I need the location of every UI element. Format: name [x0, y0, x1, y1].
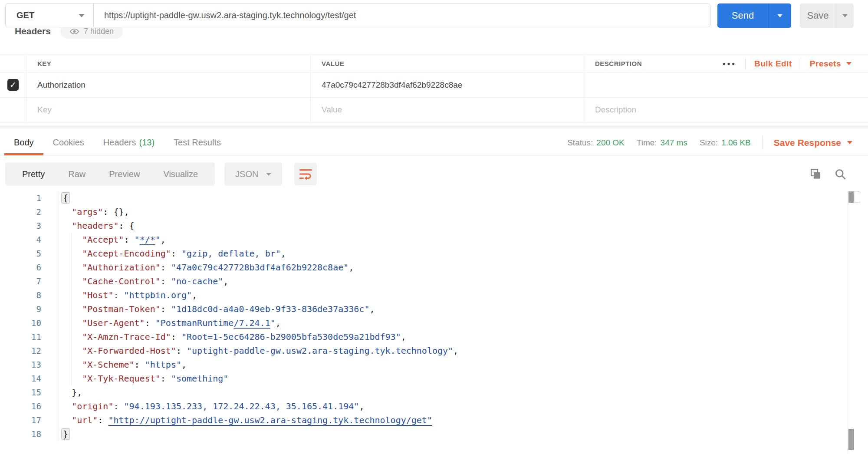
code-actions	[810, 168, 855, 180]
divider	[762, 136, 763, 150]
method-select[interactable]: GET	[6, 4, 94, 27]
save-split-button: Save	[800, 3, 854, 28]
eye-icon	[70, 28, 79, 35]
code-line: 18}	[0, 427, 848, 441]
response-body-editor: 1{2 "args": {},3 "headers": {4 "Accept":…	[0, 191, 848, 445]
copy-icon	[810, 168, 822, 180]
send-options-button[interactable]	[769, 3, 791, 28]
format-select[interactable]: JSON	[224, 162, 282, 186]
wrap-lines-button[interactable]	[294, 163, 317, 185]
code-line: 4 "Accept": "*/*",	[0, 233, 848, 247]
new-description-cell[interactable]: Description	[584, 98, 868, 122]
hidden-headers-toggle[interactable]: 7 hidden	[60, 27, 123, 39]
headers-table: KEY VALUE DESCRIPTION ••• Bulk Edit Pres…	[0, 55, 868, 122]
table-row-empty: Key Value Description	[0, 97, 868, 122]
format-label: JSON	[235, 169, 258, 179]
code-line: 3 "headers": {	[0, 219, 848, 233]
headers-section: Headers 7 hidden	[5, 27, 266, 42]
send-split-button: Send	[717, 3, 791, 28]
code-text: "Accept": "*/*",	[41, 233, 166, 247]
header-key-cell[interactable]: Authorization	[26, 72, 310, 97]
page-scrollbar-thumb[interactable]	[848, 429, 854, 450]
code-text: "Cache-Control": "no-cache",	[41, 274, 228, 288]
line-number: 11	[0, 330, 41, 344]
code-lines: 1{2 "args": {},3 "headers": {4 "Accept":…	[0, 191, 848, 441]
header-row-checkbox[interactable]: ✓	[7, 79, 19, 91]
code-text: "origin": "94.193.135.233, 172.24.22.43,…	[41, 399, 364, 413]
editor-scrollbar-thumb[interactable]	[848, 191, 854, 203]
header-value-cell[interactable]: 47a0c79c427728b3df4af62b9228c8ae	[310, 72, 584, 97]
view-tab-visualize[interactable]: Visualize	[151, 169, 210, 179]
code-text: "Host": "httpbin.org",	[41, 288, 197, 302]
value-column-header: VALUE	[310, 55, 584, 72]
indent-guide	[71, 233, 72, 385]
response-view-toolbar: Pretty Raw Preview Visualize JSON	[5, 162, 855, 186]
code-text: "X-Forwarded-Host": "uptight-paddle-gw.u…	[41, 344, 458, 358]
chevron-down-icon	[79, 14, 85, 17]
line-number: 13	[0, 358, 41, 372]
line-number: 10	[0, 316, 41, 330]
pane-separator[interactable]	[0, 125, 868, 128]
header-description-cell[interactable]	[584, 72, 868, 97]
response-meta: Status: 200 OK Time: 347 ms Size: 1.06 K…	[567, 136, 852, 150]
chevron-down-icon	[777, 14, 783, 17]
url-box: GET	[5, 3, 710, 27]
new-value-cell[interactable]: Value	[310, 98, 584, 122]
tab-cookies[interactable]: Cookies	[43, 130, 94, 155]
code-line: 15 },	[0, 385, 848, 399]
code-line: 5 "Accept-Encoding": "gzip, deflate, br"…	[0, 247, 848, 260]
more-options-button[interactable]: •••	[723, 59, 736, 69]
table-row: ✓ Authorization 47a0c79c427728b3df4af62b…	[0, 72, 868, 97]
bulk-edit-link[interactable]: Bulk Edit	[754, 59, 792, 69]
response-tab-bar: Body Cookies Headers (13) Test Results S…	[0, 130, 868, 155]
code-line: 9 "Postman-Token": "1d18dc0d-a4a0-49eb-9…	[0, 302, 848, 316]
tab-test-results[interactable]: Test Results	[164, 130, 230, 155]
request-bar: GET Send Save	[5, 3, 863, 28]
code-line: 8 "Host": "httpbin.org",	[0, 288, 848, 302]
tab-body[interactable]: Body	[4, 130, 43, 155]
view-tab-raw[interactable]: Raw	[56, 169, 97, 179]
empty-checkbox-cell	[0, 98, 26, 122]
code-text: "X-Tyk-Request": "something"	[41, 372, 228, 385]
code-line: 11 "X-Amzn-Trace-Id": "Root=1-5ec64286-b…	[0, 330, 848, 344]
presets-dropdown[interactable]: Presets	[810, 59, 852, 69]
hidden-headers-label: 7 hidden	[84, 27, 114, 36]
line-number: 12	[0, 344, 41, 358]
code-text: "X-Amzn-Trace-Id": "Root=1-5ec64286-b290…	[41, 330, 406, 344]
editor-right-border	[848, 191, 848, 454]
new-key-cell[interactable]: Key	[26, 98, 310, 122]
method-label: GET	[16, 10, 34, 20]
line-number: 4	[0, 233, 41, 247]
copy-button[interactable]	[810, 168, 822, 180]
code-line: 7 "Cache-Control": "no-cache",	[0, 274, 848, 288]
headers-count-badge: (13)	[139, 138, 155, 148]
code-text: "args": {},	[41, 205, 129, 219]
line-number: 6	[0, 260, 41, 274]
search-button[interactable]	[835, 168, 846, 180]
save-response-button[interactable]: Save Response	[774, 138, 852, 148]
status-label: Status:	[567, 138, 593, 148]
code-line: 13 "X-Scheme": "https",	[0, 358, 848, 372]
view-mode-group: Pretty Raw Preview Visualize	[5, 162, 215, 186]
chevron-down-icon	[842, 14, 848, 17]
code-text: "Accept-Encoding": "gzip, deflate, br",	[41, 247, 286, 260]
chevron-down-icon	[266, 173, 271, 176]
code-text: "Authorization": "47a0c79c427728b3df4af6…	[41, 260, 354, 274]
view-tab-pretty[interactable]: Pretty	[10, 169, 56, 179]
line-number: 2	[0, 205, 41, 219]
code-text: "X-Scheme": "https",	[41, 358, 187, 372]
line-number: 15	[0, 385, 41, 399]
code-text: "url": "http://uptight-paddle-gw.usw2.ar…	[41, 413, 432, 427]
time-label: Time:	[637, 138, 657, 148]
line-number: 1	[0, 191, 41, 205]
save-options-button[interactable]	[836, 3, 854, 28]
headers-section-title: Headers	[5, 27, 51, 36]
line-number: 3	[0, 219, 41, 233]
tab-headers[interactable]: Headers (13)	[94, 130, 164, 155]
wrap-text-icon	[299, 168, 312, 180]
save-button[interactable]: Save	[800, 3, 836, 28]
send-button[interactable]: Send	[717, 3, 769, 28]
view-tab-preview[interactable]: Preview	[97, 169, 151, 179]
url-input[interactable]	[94, 4, 710, 27]
line-number: 16	[0, 399, 41, 413]
